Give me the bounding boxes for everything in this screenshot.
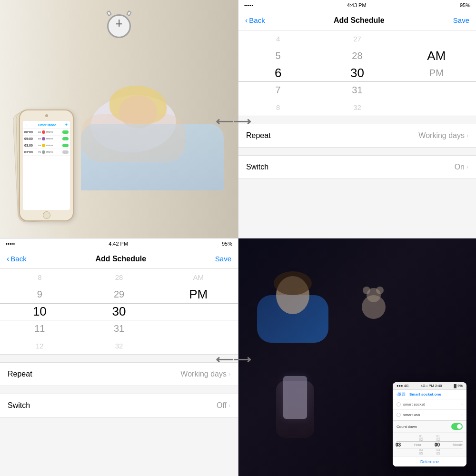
bl-signal-dots: •••••	[6, 241, 15, 247]
repeat-value: Working days ›	[418, 131, 468, 140]
dark-bedroom-scene: ●●● 4G 4G • PM 2:40 ▓ 9% ‹ 返回 Smart sock…	[238, 238, 476, 476]
bl-pm-selected: PM	[159, 286, 238, 303]
back-label: Back	[249, 16, 265, 24]
ampm-spacer3	[397, 99, 476, 116]
mini-socket-label: smart socket	[403, 402, 425, 407]
timer-row-2: 09:00 AM MTWTFSS	[23, 136, 70, 142]
timer-row-1: 08:00 AM MTWTFSS	[23, 129, 70, 136]
bl-hour-10-selected: 10	[0, 303, 79, 320]
mini-radio-2	[397, 413, 401, 417]
bl-ampm-column[interactable]: AM PM	[159, 269, 238, 355]
mini-row-selected: 03 Hour 00 Minute	[397, 441, 463, 448]
mini-usb-label: smart usb	[403, 413, 420, 417]
bl-nav-title: Add Schedule	[95, 255, 146, 263]
bl-switch-value: Off ›	[217, 401, 230, 410]
time-display: 4:43 PM	[347, 2, 367, 8]
bl-hour-8: 8	[0, 269, 79, 286]
mini-row-top2: 02 02	[397, 438, 463, 441]
timer-row-3: 03:00 PM MTWTFSS	[23, 142, 70, 149]
top-right-ios-ui: ••••• 4:43 PM 95% ‹ Back Add Schedule Sa…	[238, 0, 476, 238]
top-right-nav-bar: ‹ Back Add Schedule Save	[238, 10, 476, 30]
minute-item-30-selected: 30	[317, 65, 397, 82]
bl-chevron-left-icon: ‹	[7, 255, 9, 263]
determine-button[interactable]: Determine	[393, 456, 466, 466]
minute-item-31: 31	[317, 82, 397, 99]
save-button[interactable]: Save	[453, 16, 469, 24]
mini-time-picker: 01 01 02 02 03 Hour 00 Minute	[393, 433, 466, 456]
alarm-icon	[105, 12, 133, 40]
am-selected: AM	[397, 48, 476, 65]
bl-repeat-value: Working days ›	[180, 370, 230, 378]
mini-toggle-green[interactable]	[451, 423, 463, 430]
battery-display: 95%	[460, 2, 470, 8]
mini-chevron-1: ›	[461, 402, 463, 407]
sleeping-person	[81, 38, 224, 190]
switch-chevron-icon: ›	[466, 164, 468, 170]
minute-item-28: 28	[317, 48, 397, 65]
bl-back-label: Back	[10, 255, 26, 263]
mini-list-item-2[interactable]: smart usb ›	[393, 410, 466, 420]
vertical-separator	[238, 0, 238, 476]
mini-radio-1	[397, 402, 401, 407]
top-right-time-picker[interactable]: 4 5 6 7 8 27 28 30 31 32	[238, 30, 476, 116]
repeat-section: Repeat Working days ›	[238, 124, 476, 148]
bottom-left-ios-ui: ••••• 4:42 PM 95% ‹ Back Add Schedule Sa…	[0, 238, 238, 476]
bl-switch-section: Switch Off ›	[0, 394, 238, 417]
hour-item-8: 8	[238, 99, 317, 116]
bl-minute-32: 32	[79, 337, 159, 355]
bl-save-button[interactable]: Save	[215, 255, 231, 263]
switch-section: Switch On ›	[238, 155, 476, 179]
bl-switch-label: Switch	[8, 401, 30, 410]
signal-dots: •••••	[244, 2, 253, 8]
minute-column[interactable]: 27 28 30 31 32	[317, 30, 397, 116]
ampm-column[interactable]: AM PM	[397, 30, 476, 116]
section-spacer2	[238, 148, 476, 151]
nav-title: Add Schedule	[334, 16, 385, 25]
mini-phone-overlay: ●●● 4G 4G • PM 2:40 ▓ 9% ‹ 返回 Smart sock…	[393, 382, 466, 466]
bl-switch-row[interactable]: Switch Off ›	[0, 394, 238, 417]
repeat-chevron-icon: ›	[466, 132, 468, 139]
mini-back-text: 返回	[398, 392, 406, 397]
mini-chevron-2: ›	[461, 413, 463, 417]
bl-am-near	[159, 303, 238, 320]
bl-back-button[interactable]: ‹ Back	[7, 255, 27, 263]
mini-row-bot2: 05 05	[397, 452, 463, 455]
mini-gray-section: Count down 01 01	[393, 420, 466, 466]
phone-back-arrow: ←	[25, 123, 29, 127]
bl-hour-9: 9	[0, 286, 79, 303]
phone-title: Timer Mode	[38, 123, 56, 127]
bl-repeat-row[interactable]: Repeat Working days ›	[0, 363, 238, 386]
hour-column[interactable]: 4 5 6 7 8	[238, 30, 317, 116]
bottom-left-quadrant: ••••• 4:42 PM 95% ‹ Back Add Schedule Sa…	[0, 238, 238, 476]
teddy-bear	[357, 286, 390, 324]
bottom-left-time-picker[interactable]: 8 9 10 11 12 28 29 30 31 32 AM	[0, 269, 238, 355]
switch-row[interactable]: Switch On ›	[238, 156, 476, 178]
bl-hour-12: 12	[0, 337, 79, 355]
bottom-left-nav-bar: ‹ Back Add Schedule Save	[0, 249, 238, 269]
bl-picker-columns: 8 9 10 11 12 28 29 30 31 32 AM	[0, 269, 238, 355]
timer-row-4: 03:00 PM MTWTFSS	[23, 149, 70, 156]
back-button[interactable]: ‹ Back	[245, 16, 265, 25]
bl-minute-column[interactable]: 28 29 30 31 32	[79, 269, 159, 355]
mini-countdown-label: Count down	[397, 425, 417, 429]
mini-nav: ‹ 返回 Smart socket.one	[393, 390, 466, 399]
hour-item-7: 7	[238, 82, 317, 99]
bl-minute-30-selected: 30	[79, 303, 159, 320]
bl-hour-column[interactable]: 8 9 10 11 12	[0, 269, 79, 355]
bl-switch-chevron-icon: ›	[228, 402, 230, 409]
mini-countdown-row[interactable]: Count down	[393, 421, 466, 433]
switch-label: Switch	[246, 163, 268, 171]
repeat-row[interactable]: Repeat Working days ›	[238, 124, 476, 147]
picker-columns: 4 5 6 7 8 27 28 30 31 32	[238, 30, 476, 116]
mini-status-bar: ●●● 4G 4G • PM 2:40 ▓ 9%	[393, 382, 466, 390]
bl-battery-display: 95%	[222, 241, 232, 247]
mini-list-item-1[interactable]: smart socket ›	[393, 399, 466, 410]
top-right-status-bar: ••••• 4:43 PM 95%	[238, 0, 476, 10]
empty-area	[238, 179, 476, 238]
bl-ampm-s3	[159, 320, 238, 337]
top-left-quadrant: ← Timer Mode + 08:00 AM MTWTFSS	[0, 0, 238, 238]
top-right-quadrant: ••••• 4:43 PM 95% ‹ Back Add Schedule Sa…	[238, 0, 476, 238]
ampm-spacer	[397, 30, 476, 48]
bl-time-display: 4:42 PM	[109, 241, 128, 247]
hour-item-4: 4	[238, 30, 317, 48]
